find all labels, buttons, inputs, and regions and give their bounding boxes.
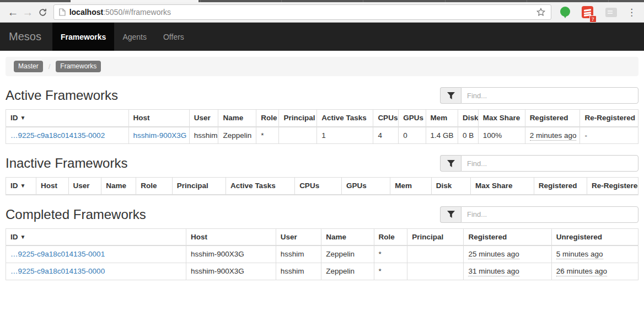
cell-registered: 31 minutes ago	[464, 263, 551, 280]
cell-principal	[407, 245, 464, 263]
column-header-principal[interactable]: Principal	[407, 228, 464, 245]
find-input-inactive[interactable]	[461, 155, 638, 172]
header-row: ID▼HostUserNameRolePrincipalActive Tasks…	[6, 178, 638, 195]
cell-active-tasks: 1	[317, 127, 373, 144]
cell-name: Zeppelin	[321, 245, 374, 263]
column-header-id[interactable]: ID▼	[6, 228, 186, 245]
column-header-role[interactable]: Role	[256, 110, 279, 127]
cell-unregistered: 26 minutes ago	[551, 263, 638, 280]
browser-tab-strip[interactable]	[0, 0, 644, 2]
column-header-name[interactable]: Name	[321, 228, 374, 245]
tab-divider	[527, 0, 527, 2]
forward-icon[interactable]: →	[20, 4, 35, 20]
back-icon[interactable]: ←	[6, 4, 20, 20]
extension-pin-icon[interactable]	[560, 7, 570, 17]
extension-window-icon[interactable]	[605, 8, 617, 17]
tab-divider	[200, 0, 201, 2]
table-row: …9225-c9a18c014135-0001hsshim-900X3Ghssh…	[6, 245, 638, 263]
tab-divider	[608, 0, 609, 2]
column-header-disk[interactable]: Disk	[458, 110, 479, 127]
link-9225-c9a18c014135-0002[interactable]: …9225-c9a18c014135-0002	[10, 131, 105, 140]
timestamp: 26 minutes ago	[556, 267, 607, 276]
tab-agents[interactable]: Agents	[114, 23, 155, 51]
address-bar[interactable]: localhost:5050/#/frameworks	[53, 4, 552, 20]
cell-name: Zeppelin	[321, 263, 374, 280]
breadcrumb-frameworks[interactable]: Frameworks	[56, 61, 101, 72]
cell-max-share: 100%	[478, 127, 525, 144]
column-header-cpus[interactable]: CPUs	[373, 110, 399, 127]
cell-unregistered: 5 minutes ago	[551, 245, 638, 263]
cell-cpus: 4	[373, 127, 399, 144]
table-row: …9225-c9a18c014135-0002hsshim-900X3Ghssh…	[6, 127, 638, 144]
column-header-id[interactable]: ID▼	[6, 178, 36, 195]
refresh-icon[interactable]	[35, 4, 50, 20]
column-header-mem[interactable]: Mem	[390, 178, 432, 195]
url-host: localhost	[69, 8, 103, 17]
main-navbar: Mesos Frameworks Agents Offers	[0, 23, 644, 51]
column-header-registered[interactable]: Registered	[534, 178, 587, 195]
column-header-principal[interactable]: Principal	[172, 178, 226, 195]
column-header-host[interactable]: Host	[128, 110, 189, 127]
header-row: ID▼HostUserNameRolePrincipalActive Tasks…	[6, 110, 638, 127]
find-filter-active	[440, 87, 638, 104]
column-header-max-share[interactable]: Max Share	[470, 178, 534, 195]
link-hsshim-900x3g[interactable]: hsshim-900X3G	[133, 131, 187, 140]
column-header-role[interactable]: Role	[374, 228, 407, 245]
column-header-gpus[interactable]: GPUs	[399, 110, 426, 127]
column-header-active-tasks[interactable]: Active Tasks	[317, 110, 373, 127]
column-header-re-registered[interactable]: Re-Registered	[587, 178, 638, 195]
find-filter-completed	[440, 206, 638, 223]
column-header-user[interactable]: User	[68, 178, 101, 195]
browser-menu-icon[interactable]: ⋮	[622, 7, 638, 18]
column-header-principal[interactable]: Principal	[279, 110, 317, 127]
column-header-host[interactable]: Host	[186, 228, 276, 245]
column-header-name[interactable]: Name	[218, 110, 256, 127]
tab-divider	[281, 0, 282, 2]
tab-offers[interactable]: Offers	[155, 23, 192, 51]
section-title-active: Active Frameworks	[6, 88, 118, 103]
column-header-host[interactable]: Host	[36, 178, 68, 195]
column-header-id[interactable]: ID▼	[6, 110, 129, 127]
find-input-completed[interactable]	[461, 206, 638, 223]
column-header-re-registered[interactable]: Re-Registered	[580, 110, 638, 127]
brand-mesos[interactable]: Mesos	[0, 23, 50, 51]
active-frameworks-section: Active Frameworks ID▼HostUserNameRolePri…	[6, 87, 638, 144]
column-header-disk[interactable]: Disk	[431, 178, 470, 195]
link-9225-c9a18c014135-0001[interactable]: …9225-c9a18c014135-0001	[10, 250, 105, 258]
column-header-active-tasks[interactable]: Active Tasks	[226, 178, 295, 195]
filter-funnel-icon	[440, 155, 461, 172]
cell-user: hsshim	[276, 245, 321, 263]
sort-desc-icon: ▼	[20, 183, 26, 189]
inactive-frameworks-table: ID▼HostUserNameRolePrincipalActive Tasks…	[6, 177, 638, 195]
column-header-max-share[interactable]: Max Share	[478, 110, 525, 127]
column-header-registered[interactable]: Registered	[525, 110, 580, 127]
column-header-mem[interactable]: Mem	[426, 110, 458, 127]
column-header-user[interactable]: User	[189, 110, 218, 127]
link-9225-c9a18c014135-0000[interactable]: …9225-c9a18c014135-0000	[10, 267, 105, 275]
cell-name: Zeppelin	[218, 127, 256, 144]
sort-desc-icon: ▼	[20, 234, 26, 240]
column-header-registered[interactable]: Registered	[464, 228, 551, 245]
filter-funnel-icon	[440, 206, 461, 223]
filter-funnel-icon	[440, 87, 461, 104]
find-input-active[interactable]	[461, 87, 638, 104]
column-header-role[interactable]: Role	[136, 178, 172, 195]
extension-todoist-icon[interactable]: 7	[582, 6, 593, 18]
cell-registered: 25 minutes ago	[464, 245, 551, 263]
extension-badge: 7	[589, 15, 597, 23]
active-tab[interactable]	[71, 0, 198, 2]
breadcrumb-master[interactable]: Master	[14, 61, 43, 72]
cell-mem: 1.4 GB	[426, 127, 458, 144]
content: Master / Frameworks Active Frameworks ID…	[0, 57, 644, 280]
timestamp: 31 minutes ago	[468, 267, 519, 276]
bookmark-star-icon[interactable]	[536, 7, 546, 17]
column-header-unregistered[interactable]: Unregistered	[551, 228, 638, 245]
cell-user: hsshim	[189, 127, 218, 144]
column-header-name[interactable]: Name	[101, 178, 136, 195]
timestamp: 25 minutes ago	[468, 250, 519, 259]
column-header-cpus[interactable]: CPUs	[295, 178, 342, 195]
breadcrumb: Master / Frameworks	[6, 57, 638, 76]
tab-frameworks[interactable]: Frameworks	[52, 23, 114, 51]
column-header-user[interactable]: User	[276, 228, 321, 245]
column-header-gpus[interactable]: GPUs	[342, 178, 390, 195]
